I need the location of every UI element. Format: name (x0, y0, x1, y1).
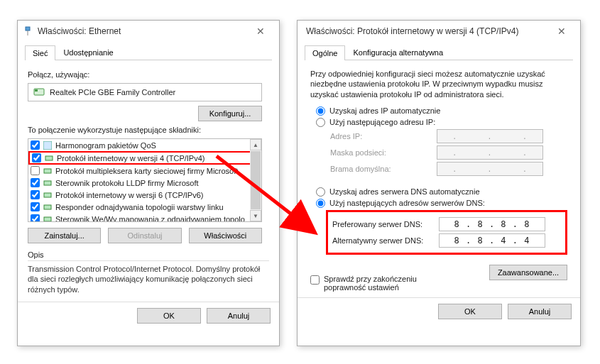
dns-highlight-box: Preferowany serwer DNS: 8 . 8 . 8 . 8 Al… (326, 210, 567, 255)
advanced-button[interactable]: Zaawansowane... (489, 265, 567, 280)
validate-checkbox[interactable] (310, 275, 320, 285)
protocol-icon (43, 202, 53, 212)
ok-button[interactable]: OK (137, 308, 201, 324)
divider (28, 260, 269, 261)
dns-primary-row: Preferowany serwer DNS: 8 . 8 . 8 . 8 (332, 217, 561, 231)
item-checkbox[interactable] (32, 153, 41, 162)
connect-using-label: Połącz, używając: (28, 70, 269, 79)
protocol-icon (43, 178, 53, 188)
qos-icon (43, 140, 53, 150)
list-item-ipv4[interactable]: Protokół internetowy w wersji 4 (TCP/IPv… (28, 151, 261, 165)
radio-input[interactable] (316, 187, 325, 197)
validate-checkbox-row[interactable]: Sprawdź przy zakończeniu poprawność usta… (310, 275, 489, 292)
cancel-button[interactable]: Anuluj (207, 308, 271, 324)
adapter-icon (33, 86, 45, 99)
gateway-row: Brama domyślna: ... (330, 162, 567, 176)
list-item[interactable]: Harmonogram pakietów QoS (28, 139, 261, 151)
tab-strip: Sieć Udostępnianie (25, 42, 272, 60)
svg-rect-5 (45, 156, 53, 160)
properties-button[interactable]: Właściwości (189, 228, 262, 243)
svg-rect-0 (26, 27, 30, 31)
dialog-title: Właściwości: Ethernet (38, 26, 246, 36)
svg-rect-3 (35, 89, 38, 92)
install-button[interactable]: Zainstaluj... (28, 228, 101, 243)
ipv4-properties-dialog: Właściwości: Protokół internetowy w wers… (297, 20, 581, 346)
item-checkbox[interactable] (31, 178, 40, 187)
list-item[interactable]: Sterownik protokołu LLDP firmy Microsoft (28, 177, 261, 189)
description-text: Transmission Control Protocol/Internet P… (28, 264, 262, 294)
network-icon (22, 26, 33, 37)
adapter-field[interactable]: Realtek PCIe GBE Family Controller (28, 83, 262, 101)
svg-rect-4 (43, 141, 52, 150)
svg-rect-9 (44, 205, 51, 209)
item-checkbox[interactable] (31, 140, 40, 150)
radio-dns-auto[interactable]: Uzyskaj adres serwera DNS automatycznie (316, 187, 567, 197)
protocol-icon (43, 214, 53, 223)
ip-address-row: Adres IP: ... (330, 129, 567, 143)
dns-secondary-input[interactable]: 8 . 8 . 4 . 4 (439, 233, 545, 248)
radio-input[interactable] (316, 199, 325, 208)
protocol-icon (43, 190, 53, 200)
protocol-icon (44, 153, 54, 163)
radio-input[interactable] (316, 118, 325, 127)
dialog-footer: OK Anuluj (298, 297, 580, 325)
protocol-icon (43, 166, 53, 176)
configure-button[interactable]: Konfiguruj... (198, 106, 262, 121)
tab-general[interactable]: Ogólne (305, 45, 345, 60)
tab-network[interactable]: Sieć (25, 45, 55, 60)
adapter-name: Realtek PCIe GBE Family Controller (50, 88, 175, 96)
description-title: Opis (28, 250, 269, 259)
dns-secondary-row: Alternatywny serwer DNS: 8 . 8 . 4 . 4 (332, 233, 561, 248)
radio-ip-manual[interactable]: Użyj następującego adresu IP: (316, 118, 567, 127)
ip-address-input: ... (437, 129, 543, 143)
radio-ip-auto[interactable]: Uzyskaj adres IP automatycznie (316, 106, 567, 116)
dns-primary-input[interactable]: 8 . 8 . 8 . 8 (439, 217, 545, 231)
dialog-footer: OK Anuluj (18, 302, 279, 329)
close-icon[interactable]: ✕ (547, 23, 576, 40)
tab-sharing[interactable]: Udostępnianie (55, 45, 121, 60)
list-item[interactable]: Protokół internetowy w wersji 6 (TCP/IPv… (28, 189, 261, 201)
subnet-mask-row: Maska podsieci: ... (330, 145, 567, 160)
tab-alt-config[interactable]: Konfiguracja alternatywna (345, 45, 451, 60)
list-item[interactable]: Responder odnajdywania topologii warstwy… (28, 201, 261, 213)
dialog-title: Właściwości: Protokół internetowy w wers… (302, 26, 547, 36)
radio-dns-manual[interactable]: Użyj następujących adresów serwerów DNS: (316, 199, 567, 208)
scroll-thumb[interactable] (251, 151, 261, 209)
gateway-input: ... (437, 162, 543, 176)
scroll-down-icon[interactable]: ▼ (250, 210, 261, 221)
svg-rect-6 (44, 169, 51, 173)
scrollbar[interactable]: ▲ ▼ (250, 139, 261, 221)
item-checkbox[interactable] (31, 166, 40, 175)
cancel-button[interactable]: Anuluj (508, 304, 572, 319)
svg-rect-10 (44, 217, 51, 221)
list-item[interactable]: Sterownik We/Wy mapowania z odnajdywanie… (28, 213, 261, 222)
svg-rect-7 (44, 181, 51, 185)
uninstall-button: Odinstaluj (108, 228, 181, 243)
titlebar[interactable]: Właściwości: Protokół internetowy w wers… (298, 21, 580, 42)
components-list[interactable]: Harmonogram pakietów QoS Protokół intern… (28, 138, 262, 222)
subnet-mask-input: ... (437, 145, 543, 160)
svg-rect-8 (44, 193, 51, 197)
tab-strip: Ogólne Konfiguracja alternatywna (305, 42, 573, 60)
list-item[interactable]: Protokół multipleksera karty sieciowej f… (28, 165, 261, 177)
item-checkbox[interactable] (31, 214, 40, 222)
intro-text: Przy odpowiedniej konfiguracji sieci moż… (310, 69, 567, 99)
radio-input[interactable] (316, 106, 325, 116)
close-icon[interactable]: ✕ (246, 23, 275, 40)
item-checkbox[interactable] (31, 190, 40, 199)
titlebar[interactable]: Właściwości: Ethernet ✕ (18, 21, 279, 42)
ethernet-properties-dialog: Właściwości: Ethernet ✕ Sieć Udostępnian… (17, 20, 280, 346)
components-label: To połączenie wykorzystuje następujące s… (28, 126, 269, 134)
ok-button[interactable]: OK (438, 304, 502, 319)
scroll-up-icon[interactable]: ▲ (250, 139, 261, 150)
item-checkbox[interactable] (31, 202, 40, 211)
